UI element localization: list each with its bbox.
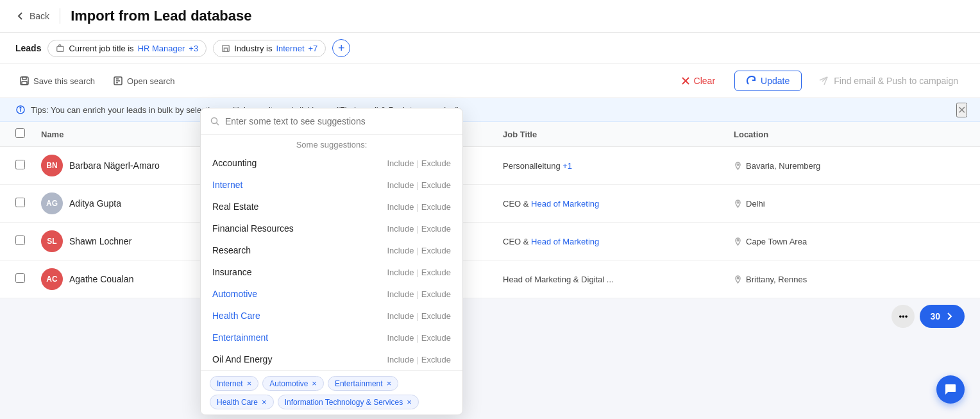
building-icon (221, 44, 230, 53)
svg-rect-4 (22, 81, 27, 85)
suggestion-name: Accounting (212, 158, 257, 168)
table-row: SL Shawn Lochner ▲ Lochtec Innovations C… (0, 223, 980, 261)
row-checkbox[interactable] (15, 198, 25, 207)
suggestion-insurance[interactable]: Insurance Include | Exclude (201, 261, 462, 283)
chip1-value: HR Manager (138, 44, 185, 53)
include-link[interactable]: Include (387, 202, 414, 212)
clear-button[interactable]: Clear (672, 72, 724, 90)
location-icon (734, 200, 742, 208)
pagination-dots-button[interactable]: ••• (891, 305, 915, 328)
industry-search-input[interactable] (225, 116, 453, 126)
exclude-link[interactable]: Exclude (421, 246, 451, 255)
table-row: BN Barbara Nägerl-Amaro ISO ISO-Gruppe P… (0, 147, 980, 185)
row-checkbox[interactable] (15, 160, 25, 169)
suggestion-internet[interactable]: Internet Include | Exclude (201, 174, 462, 196)
table-row: AG Aditya Gupta DT Digital IT Solution L… (0, 185, 980, 223)
select-all-checkbox[interactable] (15, 128, 25, 138)
svg-rect-3 (22, 77, 26, 80)
include-link[interactable]: Include (387, 289, 414, 299)
include-link[interactable]: Include (387, 311, 414, 321)
include-link[interactable]: Include (387, 333, 414, 335)
location-cell: Brittany, Rennes (734, 275, 965, 284)
suggestion-research[interactable]: Research Include | Exclude (201, 239, 462, 261)
exclude-link[interactable]: Exclude (421, 333, 451, 335)
avatar: BN (41, 155, 63, 176)
avatar: AC (41, 268, 63, 290)
row-checkbox[interactable] (15, 235, 25, 245)
chip2-prefix: Industry is (234, 44, 272, 53)
suggestion-name: Research (212, 245, 251, 255)
exclude-link[interactable]: Exclude (421, 268, 451, 277)
exclude-link[interactable]: Exclude (421, 289, 451, 299)
suggestion-actions: Include | Exclude (387, 333, 451, 335)
search-icon (210, 116, 220, 126)
include-link[interactable]: Include (387, 224, 414, 234)
table-row: AC Agathe Coualan Head of Marketing & Di… (0, 261, 980, 298)
arrow-right-icon (944, 311, 954, 321)
clear-label: Clear (694, 76, 715, 86)
close-tips-button[interactable]: ✕ (956, 103, 967, 117)
suggestion-name: Insurance (212, 267, 251, 277)
lead-name: Aditya Gupta (69, 198, 121, 209)
suggestion-actions: Include | Exclude (387, 289, 451, 299)
pagination-next-button[interactable]: 30 (920, 305, 965, 328)
exclude-link[interactable]: Exclude (421, 311, 451, 321)
location-cell: Cape Town Area (734, 237, 965, 246)
exclude-link[interactable]: Exclude (421, 202, 451, 212)
svg-point-14 (737, 164, 738, 165)
include-link[interactable]: Include (387, 158, 414, 168)
jobtitle-cell: Personalleitung +1 (503, 161, 734, 171)
back-button[interactable]: Back (15, 11, 49, 21)
exclude-link[interactable]: Exclude (421, 158, 451, 168)
include-link[interactable]: Include (387, 268, 414, 277)
page-num-label: 30 (930, 311, 940, 321)
suggestion-actions: Include | Exclude (387, 224, 451, 234)
exclude-link[interactable]: Exclude (421, 180, 451, 190)
filter-bar: Leads Current job title is HR Manager +3… (0, 33, 980, 64)
row-check (15, 273, 41, 285)
clear-icon (681, 76, 690, 85)
suggestion-accounting[interactable]: Accounting Include | Exclude (201, 152, 462, 174)
row-checkbox[interactable] (15, 273, 25, 283)
save-search-button[interactable]: Save this search (15, 73, 99, 89)
suggestion-actions: Include | Exclude (387, 268, 451, 277)
info-icon (15, 105, 26, 115)
page-title: Import from Lead database (71, 8, 251, 24)
jobtitle-link[interactable]: Head of Marketing (531, 199, 599, 209)
include-link[interactable]: Include (387, 246, 414, 255)
add-filter-button[interactable]: + (332, 39, 350, 57)
find-email-button[interactable]: Find email & Push to campaign (812, 72, 965, 90)
industry-dropdown: Some suggestions: Accounting Include | E… (200, 108, 463, 334)
svg-point-15 (737, 201, 738, 203)
suggestion-entertainment[interactable]: Entertainment Include | Exclude (201, 327, 462, 334)
jobtitle-extra[interactable]: +1 (562, 161, 572, 171)
exclude-link[interactable]: Exclude (421, 224, 451, 234)
action-bar: Save this search Open search Clear Updat… (0, 64, 980, 98)
suggestion-actions: Include | Exclude (387, 246, 451, 255)
suggestion-automotive[interactable]: Automotive Include | Exclude (201, 283, 462, 305)
suggestion-healthcare[interactable]: Health Care Include | Exclude (201, 305, 462, 327)
industry-filter-chip[interactable]: Industry is Internet +7 (213, 40, 326, 57)
suggestion-realestate[interactable]: Real Estate Include | Exclude (201, 196, 462, 218)
job-title-filter-chip[interactable]: Current job title is HR Manager +3 (47, 40, 207, 57)
lead-name: Agathe Coualan (69, 274, 133, 284)
dots-label: ••• (899, 312, 908, 321)
suggestion-financial[interactable]: Financial Resources Include | Exclude (201, 218, 462, 239)
lead-name: Barbara Nägerl-Amaro (69, 160, 160, 171)
chip1-prefix: Current job title is (69, 44, 133, 53)
suggestion-name: Health Care (212, 311, 260, 321)
jobtitle-link[interactable]: Head of Marketing (531, 237, 599, 246)
svg-point-17 (737, 277, 738, 278)
include-link[interactable]: Include (387, 180, 414, 190)
chip2-count: +7 (308, 44, 318, 53)
svg-point-18 (212, 118, 217, 124)
table-header: Name Company Job Title Location (0, 122, 980, 147)
jobtitle-cell: Head of Marketing & Digital ... (503, 275, 734, 284)
refresh-icon (747, 76, 757, 86)
briefcase-icon (56, 44, 65, 53)
update-button[interactable]: Update (734, 71, 802, 91)
open-search-label: Open search (127, 76, 174, 86)
location-cell: Bavaria, Nuremberg (734, 161, 965, 171)
save-icon (19, 76, 30, 86)
open-search-button[interactable]: Open search (109, 73, 178, 89)
